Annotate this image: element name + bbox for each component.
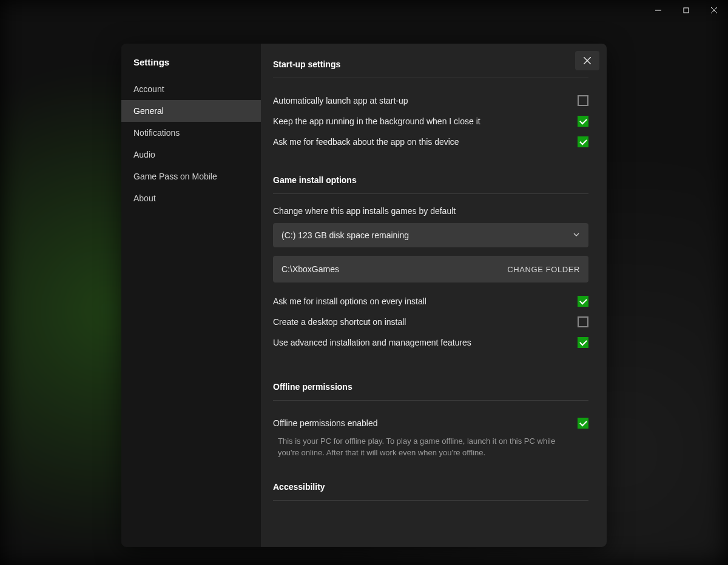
checkbox-desktop-shortcut[interactable]: [578, 316, 588, 327]
minimize-button[interactable]: [644, 1, 672, 20]
section-title: Game install options: [273, 175, 588, 194]
sidebar-item-about[interactable]: About: [121, 187, 261, 209]
section-accessibility: Accessibility: [273, 482, 588, 501]
row-label: Automatically launch app at start-up: [273, 96, 408, 105]
sidebar-item-label: Notifications: [133, 128, 180, 138]
sidebar-item-label: Audio: [133, 150, 155, 159]
checkbox-keep-running[interactable]: [578, 116, 588, 127]
checkbox-auto-launch[interactable]: [578, 95, 588, 106]
sidebar-item-game-pass-mobile[interactable]: Game Pass on Mobile: [121, 165, 261, 187]
maximize-button[interactable]: [672, 1, 700, 20]
svg-rect-1: [684, 8, 689, 13]
checkbox-ask-install[interactable]: [578, 296, 588, 307]
minimize-icon: [655, 7, 661, 13]
section-title: Accessibility: [273, 482, 588, 501]
row-label: Ask me for feedback about the app on thi…: [273, 137, 459, 147]
window-titlebar: [0, 0, 728, 21]
section-offline: Offline permissions Offline permissions …: [273, 382, 588, 459]
row-label: Offline permissions enabled: [273, 418, 378, 428]
sidebar-item-audio[interactable]: Audio: [121, 144, 261, 165]
sidebar-item-label: Game Pass on Mobile: [133, 172, 217, 181]
close-icon: [711, 7, 717, 13]
row-offline-enabled: Offline permissions enabled: [273, 413, 588, 433]
sidebar-title: Settings: [121, 57, 261, 78]
settings-content-panel: Start-up settings Automatically launch a…: [261, 44, 607, 547]
checkbox-feedback[interactable]: [578, 136, 588, 147]
close-icon: [584, 57, 591, 64]
offline-description: This is your PC for offline play. To pla…: [273, 433, 576, 459]
row-keep-running: Keep the app running in the background w…: [273, 111, 588, 132]
row-ask-install: Ask me for install options on every inst…: [273, 291, 588, 312]
settings-dialog: Settings Account General Notifications A…: [121, 44, 607, 547]
section-title: Offline permissions: [273, 382, 588, 401]
dialog-close-button[interactable]: [575, 51, 599, 70]
drive-select[interactable]: (C:) 123 GB disk space remaining: [273, 223, 588, 247]
row-feedback: Ask me for feedback about the app on thi…: [273, 132, 588, 152]
sidebar-item-account[interactable]: Account: [121, 78, 261, 100]
checkbox-offline-enabled[interactable]: [578, 418, 588, 429]
row-label: Ask me for install options on every inst…: [273, 296, 426, 306]
row-advanced-mgmt: Use advanced installation and management…: [273, 332, 588, 353]
row-label: Keep the app running in the background w…: [273, 116, 480, 126]
maximize-icon: [683, 7, 689, 13]
row-auto-launch: Automatically launch app at start-up: [273, 90, 588, 111]
window-close-button[interactable]: [700, 1, 728, 20]
row-label: Create a desktop shortcut on install: [273, 317, 406, 327]
change-folder-button[interactable]: CHANGE FOLDER: [507, 265, 580, 274]
sidebar-item-general[interactable]: General: [121, 100, 261, 122]
chevron-down-icon: [573, 230, 580, 240]
checkbox-advanced-mgmt[interactable]: [578, 337, 588, 348]
section-install: Game install options Change where this a…: [273, 175, 588, 353]
sidebar-item-label: Account: [133, 84, 164, 94]
sidebar-item-notifications[interactable]: Notifications: [121, 122, 261, 144]
change-location-label: Change where this app installs games by …: [273, 206, 588, 223]
row-desktop-shortcut: Create a desktop shortcut on install: [273, 312, 588, 332]
install-folder-path: C:\XboxGames: [281, 264, 339, 274]
row-label: Use advanced installation and management…: [273, 338, 471, 347]
section-title: Start-up settings: [273, 59, 588, 78]
install-folder-box: C:\XboxGames CHANGE FOLDER: [273, 256, 588, 282]
sidebar-item-label: General: [133, 106, 164, 116]
settings-sidebar: Settings Account General Notifications A…: [121, 44, 261, 547]
drive-select-value: (C:) 123 GB disk space remaining: [281, 230, 409, 240]
section-startup: Start-up settings Automatically launch a…: [273, 59, 588, 152]
sidebar-item-label: About: [133, 193, 156, 203]
